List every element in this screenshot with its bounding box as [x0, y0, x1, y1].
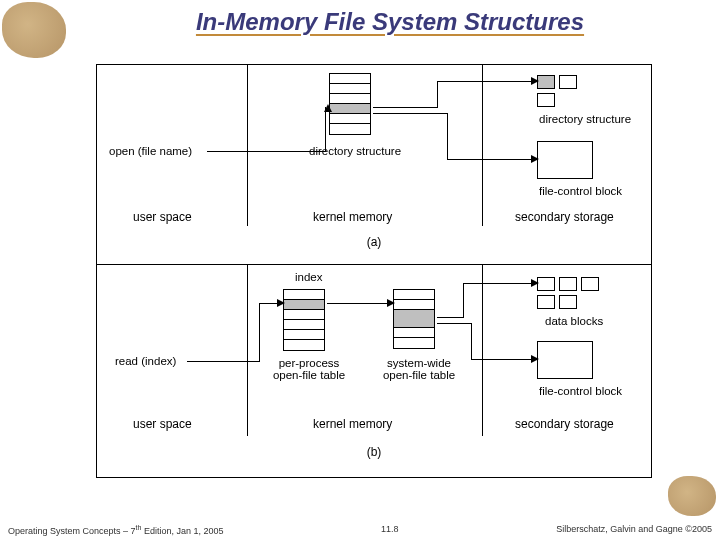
slide-title: In-Memory File System Structures [90, 8, 690, 36]
region-disk-b: secondary storage [515, 417, 614, 431]
legend-fcb-a: file-control block [539, 185, 622, 197]
arrow-b3head [531, 279, 539, 287]
per-process-table [283, 289, 325, 351]
footer-right: Silberschatz, Galvin and Gagne ©2005 [556, 524, 712, 536]
arrow-b3h [463, 283, 533, 284]
data-block-b3 [581, 277, 599, 291]
col-sep-b1 [247, 265, 248, 436]
slide-footer: Operating System Concepts – 7th Edition,… [8, 524, 712, 536]
legend-dir-a: directory structure [539, 113, 631, 125]
footer-left: Operating System Concepts – 7th Edition,… [8, 524, 223, 536]
caption-b: (b) [97, 445, 651, 459]
footer-center: 11.8 [381, 524, 399, 536]
legend-data-b: data blocks [545, 315, 603, 327]
kernel-dir-struct-a [329, 73, 371, 135]
index-label: index [295, 271, 323, 283]
system-wide-table [393, 289, 435, 349]
arrow-b2 [327, 303, 389, 304]
arrow-b3v [463, 283, 464, 318]
arrow-a2 [373, 107, 437, 108]
arrow-a3v [447, 113, 448, 159]
region-user-b: user space [133, 417, 192, 431]
col-sep-a1 [247, 65, 248, 226]
arrow-b4h [471, 359, 533, 360]
disk-dir-cell-a2 [559, 75, 577, 89]
arrow-b2head [387, 299, 395, 307]
arrow-b1 [187, 361, 259, 362]
data-block-b4 [537, 295, 555, 309]
arrow-b4 [437, 323, 471, 324]
footer-left-prefix: Operating System Concepts – 7 [8, 526, 136, 536]
arrow-a3h [447, 159, 533, 160]
arrow-b4head [531, 355, 539, 363]
arrow-b1v [259, 303, 260, 362]
arrow-a3 [373, 113, 447, 114]
panel-a: directory structure directory structure … [97, 65, 651, 265]
arrow-a2h [437, 81, 533, 82]
col-sep-a2 [482, 65, 483, 226]
region-kernel-b: kernel memory [313, 417, 392, 431]
dino-logo-bottom [668, 476, 716, 516]
arrow-a2head [531, 77, 539, 85]
arrow-a2v [437, 81, 438, 108]
arrow-b4v [471, 323, 472, 359]
data-block-b5 [559, 295, 577, 309]
fcb-box-b [537, 341, 593, 379]
col-sep-b2 [482, 265, 483, 436]
data-block-b2 [559, 277, 577, 291]
disk-dir-cell-a1 [537, 75, 555, 89]
panel-b: index per-process open-file table system… [97, 265, 651, 478]
disk-dir-cell-a3 [537, 93, 555, 107]
arrow-b1h [259, 303, 279, 304]
arrow-a1 [207, 151, 325, 152]
read-call-label: read (index) [115, 355, 176, 367]
dino-logo-top [2, 2, 66, 58]
region-disk-a: secondary storage [515, 210, 614, 224]
system-wide-label: system-wide open-file table [379, 357, 459, 381]
region-user-a: user space [133, 210, 192, 224]
arrow-b1head [277, 299, 285, 307]
fcb-box-a [537, 141, 593, 179]
figure-frame: directory structure directory structure … [96, 64, 652, 478]
legend-fcb-b: file-control block [539, 385, 622, 397]
arrow-a3head [531, 155, 539, 163]
arrow-a1h [324, 104, 332, 112]
per-process-label: per-process open-file table [269, 357, 349, 381]
data-block-b1 [537, 277, 555, 291]
footer-left-suffix: Edition, Jan 1, 2005 [141, 526, 223, 536]
arrow-a1v [325, 107, 326, 152]
caption-a: (a) [97, 235, 651, 249]
region-kernel-a: kernel memory [313, 210, 392, 224]
open-call-label: open (file name) [109, 145, 192, 157]
arrow-b3 [437, 317, 463, 318]
